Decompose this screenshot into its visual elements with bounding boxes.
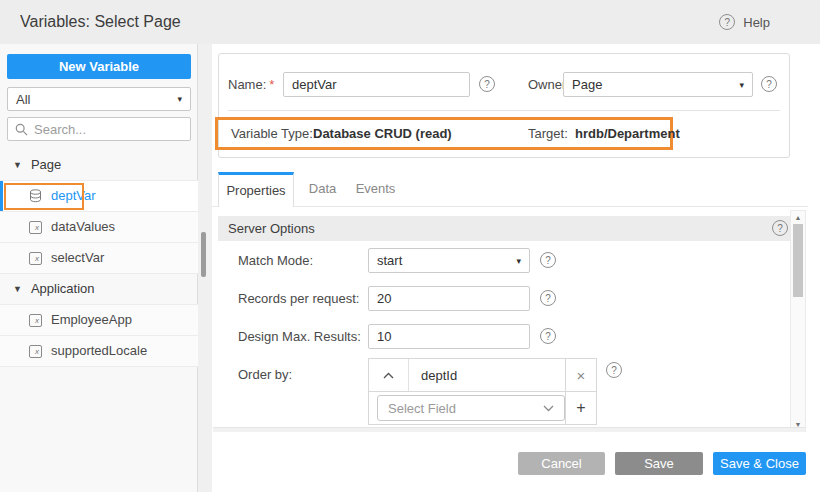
plus-icon: + bbox=[576, 399, 585, 417]
tree-item-deptvar[interactable]: deptVar bbox=[0, 181, 198, 212]
tree-group-label: Application bbox=[31, 274, 95, 304]
scroll-up-arrow-icon[interactable]: ▲ bbox=[791, 214, 805, 221]
name-input[interactable] bbox=[283, 72, 470, 97]
static-variable-icon: x bbox=[29, 221, 42, 234]
help-label: Help bbox=[743, 15, 770, 30]
owner-value: Page bbox=[572, 77, 602, 92]
search-icon bbox=[15, 123, 28, 136]
chevron-up-icon bbox=[383, 372, 394, 379]
static-variable-icon: x bbox=[29, 314, 42, 327]
design-max-results-label: Design Max. Results: bbox=[238, 324, 361, 349]
sidebar-scrollbar-thumb[interactable] bbox=[201, 232, 206, 277]
match-mode-help-icon[interactable]: ? bbox=[540, 252, 556, 268]
order-by-help-icon[interactable]: ? bbox=[606, 362, 622, 378]
variable-search[interactable] bbox=[7, 117, 191, 141]
tree-item-label: deptVar bbox=[51, 181, 96, 211]
cancel-button[interactable]: Cancel bbox=[518, 452, 605, 475]
static-variable-icon: x bbox=[29, 345, 42, 358]
match-mode-value: start bbox=[377, 253, 402, 268]
tab-data[interactable]: Data bbox=[300, 172, 345, 206]
target-value: hrdb/Department bbox=[575, 120, 680, 147]
new-variable-button[interactable]: New Variable bbox=[7, 54, 191, 79]
database-crud-variable-icon bbox=[29, 189, 42, 203]
target-label: Target: bbox=[528, 120, 568, 147]
server-options-section-header: Server Options bbox=[218, 216, 790, 241]
tree-item-label: selectVar bbox=[51, 243, 104, 273]
tree-group-page[interactable]: ▼ Page bbox=[0, 150, 198, 181]
owner-help-icon[interactable]: ? bbox=[761, 76, 777, 92]
order-by-label: Order by: bbox=[238, 362, 292, 387]
tree-item-datavalues[interactable]: x dataValues bbox=[0, 212, 198, 243]
selected-indicator bbox=[0, 181, 3, 211]
page-title: Variables: Select Page bbox=[20, 0, 181, 44]
section-title: Server Options bbox=[228, 216, 315, 241]
tree-group-label: Page bbox=[31, 150, 61, 180]
tabstrip-divider bbox=[212, 206, 808, 207]
tree-expand-icon: ▼ bbox=[13, 274, 22, 304]
caret-down-icon: ▾ bbox=[177, 94, 182, 104]
sort-direction-toggle[interactable] bbox=[369, 359, 409, 391]
tree-group-application[interactable]: ▼ Application bbox=[0, 274, 198, 305]
properties-vertical-scrollbar[interactable]: ▲ ▼ bbox=[790, 210, 806, 432]
variable-filter-value: All bbox=[16, 92, 30, 107]
variable-filter-select[interactable]: All ▾ bbox=[7, 87, 191, 111]
remove-sort-field-button[interactable]: × bbox=[565, 359, 596, 391]
variable-tree: ▼ Page deptVar x dataValues x selectVa bbox=[0, 150, 198, 367]
order-by-control: × Select Field + bbox=[368, 358, 597, 425]
match-mode-select[interactable]: start ▾ bbox=[368, 248, 530, 273]
help-icon: ? bbox=[719, 14, 735, 30]
server-options-help-icon[interactable]: ? bbox=[772, 220, 788, 236]
dialog-header: Variables: Select Page ? Help bbox=[0, 0, 820, 44]
tree-item-selectvar[interactable]: x selectVar bbox=[0, 243, 198, 274]
select-field-dropdown[interactable]: Select Field bbox=[377, 395, 565, 421]
order-by-field-input[interactable] bbox=[409, 359, 565, 391]
records-per-request-help-icon[interactable]: ? bbox=[540, 290, 556, 306]
tree-item-supportedlocale[interactable]: x supportedLocale bbox=[0, 336, 198, 367]
design-max-results-help-icon[interactable]: ? bbox=[540, 328, 556, 344]
tree-item-label: EmployeeApp bbox=[51, 305, 132, 335]
variables-sidebar: New Variable All ▾ ▼ Page bbox=[0, 44, 198, 492]
tree-item-label: dataValues bbox=[51, 212, 115, 242]
design-max-results-input[interactable] bbox=[368, 324, 530, 349]
add-sort-field-button[interactable]: + bbox=[565, 392, 596, 424]
tree-expand-icon: ▼ bbox=[13, 150, 22, 180]
vertical-scrollbar-thumb[interactable] bbox=[793, 224, 803, 297]
close-icon: × bbox=[577, 367, 586, 384]
tab-properties[interactable]: Properties bbox=[218, 172, 294, 207]
help-link[interactable]: ? Help bbox=[719, 0, 770, 44]
static-variable-icon: x bbox=[29, 252, 42, 265]
caret-down-icon: ▾ bbox=[516, 256, 521, 266]
caret-down-icon: ▾ bbox=[739, 80, 744, 90]
variable-type-value: Database CRUD (read) bbox=[313, 120, 452, 147]
match-mode-label: Match Mode: bbox=[238, 248, 313, 273]
owner-select[interactable]: Page ▾ bbox=[563, 72, 753, 97]
add-sort-field-row: Select Field + bbox=[369, 391, 596, 424]
order-by-row: × bbox=[369, 359, 596, 391]
name-help-icon[interactable]: ? bbox=[479, 76, 495, 92]
tree-item-label: supportedLocale bbox=[51, 336, 147, 366]
name-label: Name:* bbox=[228, 72, 274, 97]
select-field-placeholder: Select Field bbox=[388, 401, 456, 416]
records-per-request-input[interactable] bbox=[368, 286, 530, 311]
required-asterisk: * bbox=[269, 77, 274, 92]
tab-events[interactable]: Events bbox=[348, 172, 403, 206]
save-and-close-button[interactable]: Save & Close bbox=[713, 452, 806, 475]
variable-type-highlight-box: Variable Type: Database CRUD (read) Targ… bbox=[215, 117, 673, 150]
search-input[interactable] bbox=[34, 122, 174, 137]
card-divider bbox=[228, 110, 780, 111]
tree-item-employeeapp[interactable]: x EmployeeApp bbox=[0, 305, 198, 336]
save-button[interactable]: Save bbox=[615, 452, 703, 475]
select-field-wrap: Select Field bbox=[369, 392, 565, 424]
variables-dialog: Variables: Select Page ? Help New Variab… bbox=[0, 0, 820, 492]
variable-type-label: Variable Type: bbox=[231, 120, 313, 147]
chevron-down-icon bbox=[543, 405, 554, 412]
properties-horizontal-scrollbar[interactable] bbox=[213, 427, 805, 432]
records-per-request-label: Records per request: bbox=[238, 286, 359, 311]
